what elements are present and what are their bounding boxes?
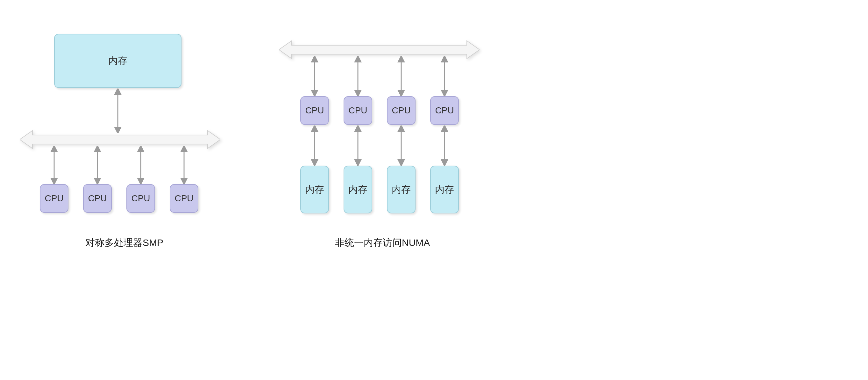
numa-mem-3-label: 内存 (435, 183, 454, 196)
smp-cpu-0-label: CPU (44, 193, 63, 204)
numa-caption: 非统一内存访问NUMA (335, 236, 430, 250)
smp-cpu-1-label: CPU (88, 193, 107, 204)
smp-cpu-0: CPU (40, 184, 68, 213)
smp-cpu-2: CPU (126, 184, 155, 213)
smp-memory-box: 内存 (54, 34, 182, 88)
numa-cpu-0: CPU (300, 96, 329, 125)
smp-cpu-3-label: CPU (175, 193, 193, 204)
numa-cpu2-mem2-arrow (397, 125, 405, 166)
smp-bus-cpu3-arrow (180, 146, 188, 184)
numa-mem-3: 内存 (430, 166, 459, 213)
numa-mem-1-label: 内存 (348, 183, 368, 196)
numa-cpu3-mem3-arrow (441, 125, 448, 166)
smp-memory-label: 内存 (108, 55, 127, 67)
numa-cpu-1: CPU (344, 96, 372, 125)
smp-bus-cpu2-arrow (137, 146, 145, 184)
smp-caption: 对称多处理器SMP (85, 236, 163, 250)
svg-marker-1 (20, 130, 220, 148)
numa-cpu-0-label: CPU (305, 106, 324, 116)
numa-mem-0: 内存 (300, 166, 329, 213)
smp-bus (20, 129, 220, 150)
smp-mem-bus-arrow (114, 89, 122, 133)
numa-mem-1: 内存 (344, 166, 372, 213)
numa-cpu-1-label: CPU (348, 106, 367, 116)
numa-bus-cpu3-arrow (441, 56, 448, 96)
numa-cpu1-mem1-arrow (354, 125, 362, 166)
smp-cpu-1: CPU (83, 184, 112, 213)
numa-cpu-2-label: CPU (392, 106, 410, 116)
numa-bus (279, 39, 479, 60)
numa-mem-0-label: 内存 (305, 183, 324, 196)
numa-bus-cpu0-arrow (311, 56, 318, 96)
numa-mem-2-label: 内存 (392, 183, 411, 196)
smp-cpu-3: CPU (170, 184, 198, 213)
smp-bus-cpu0-arrow (50, 146, 58, 184)
smp-cpu-2-label: CPU (131, 193, 150, 204)
svg-marker-6 (279, 41, 479, 59)
smp-bus-cpu1-arrow (94, 146, 101, 184)
numa-bus-cpu2-arrow (397, 56, 405, 96)
numa-cpu0-mem0-arrow (311, 125, 318, 166)
numa-cpu-3-label: CPU (435, 106, 454, 116)
numa-cpu-2: CPU (387, 96, 415, 125)
numa-cpu-3: CPU (430, 96, 459, 125)
numa-mem-2: 内存 (387, 166, 415, 213)
numa-bus-cpu1-arrow (354, 56, 362, 96)
